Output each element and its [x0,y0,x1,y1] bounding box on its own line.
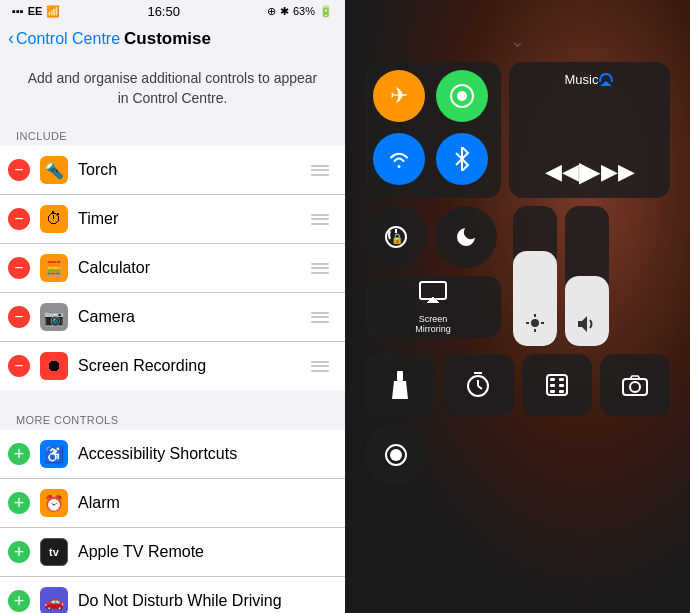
music-controls: ◀◀ ▶ ▶▶ [545,155,635,188]
svg-rect-11 [397,371,403,381]
connectivity-tile[interactable]: ✈ [365,62,501,198]
appletv-icon: tv [40,538,68,566]
airplay-icon[interactable] [598,72,614,89]
add-accessibility-button[interactable]: + [8,443,30,465]
music-header: Music [565,72,615,89]
screen-recording-icon: ⏺ [40,352,68,380]
add-appletv-button[interactable]: + [8,541,30,563]
svg-point-1 [457,91,467,101]
status-time: 16:50 [147,4,180,19]
status-bar: ▪▪▪ EE 📶 16:50 ⊕ ✱ 63% 🔋 [0,0,345,22]
drag-handle[interactable] [307,308,333,327]
svg-line-15 [478,386,482,389]
svg-rect-20 [550,384,555,387]
wifi-button[interactable] [373,133,425,185]
list-item[interactable]: − ⏱ Timer [0,195,345,244]
back-button[interactable]: ‹ Control Centre [8,28,120,49]
svg-point-25 [630,382,640,392]
accessibility-icon: ♿ [40,440,68,468]
list-item[interactable]: − ⏺ Screen Recording [0,342,345,390]
svg-marker-12 [392,381,408,399]
list-item[interactable]: + ♿ Accessibility Shortcuts [0,430,345,479]
music-title: Music [565,72,599,87]
screen-mirroring-button[interactable]: ScreenMirroring [365,276,501,338]
back-label: Control Centre [16,30,120,48]
play-button[interactable]: ▶ [579,155,601,188]
drag-handle[interactable] [307,210,333,229]
status-left: ▪▪▪ EE 📶 [12,5,60,18]
volume-icon [577,315,597,338]
add-dnd-driving-button[interactable]: + [8,590,30,612]
list-item[interactable]: − 🔦 Torch [0,146,345,195]
include-section-header: INCLUDE [0,122,345,146]
drag-handle[interactable] [307,161,333,180]
torch-label: Torch [78,161,307,179]
brightness-slider[interactable] [513,206,557,346]
camera-icon: 📷 [40,303,68,331]
screen-recording-label: Screen Recording [78,357,307,375]
remove-timer-button[interactable]: − [8,208,30,230]
bluetooth-button[interactable] [436,133,488,185]
cc-row-4 [365,424,670,486]
calculator-cc-button[interactable] [522,354,592,416]
wifi-icon: 📶 [46,5,60,18]
camera-cc-button[interactable] [600,354,670,416]
dnd-driving-icon: 🚗 [40,587,68,613]
drag-handle[interactable] [307,259,333,278]
accessibility-label: Accessibility Shortcuts [78,445,333,463]
rotation-lock-button[interactable]: 🔒 [365,206,427,268]
left-panel: ▪▪▪ EE 📶 16:50 ⊕ ✱ 63% 🔋 ‹ Control Centr… [0,0,345,613]
volume-slider[interactable] [565,206,609,346]
nav-bar: ‹ Control Centre Customise [0,22,345,55]
cellular-button[interactable] [436,70,488,122]
timer-label: Timer [78,210,307,228]
list-item[interactable]: + 🚗 Do Not Disturb While Driving [0,577,345,613]
remove-torch-button[interactable]: − [8,159,30,181]
list-item[interactable]: − 📷 Camera [0,293,345,342]
description-text: Add and organise additional controls to … [0,55,345,122]
remove-screen-recording-button[interactable]: − [8,355,30,377]
battery-icon: 🔋 [319,5,333,18]
torch-cc-button[interactable] [365,354,435,416]
drag-handle[interactable] [307,357,333,376]
brightness-icon [525,313,545,338]
svg-rect-19 [559,378,564,381]
remove-camera-button[interactable]: − [8,306,30,328]
appletv-label: Apple TV Remote [78,543,333,561]
svg-rect-18 [550,378,555,381]
fast-forward-button[interactable]: ▶▶ [601,159,635,185]
add-alarm-button[interactable]: + [8,492,30,514]
airplane-mode-button[interactable]: ✈ [373,70,425,122]
control-centre-overlay: ⌄ ✈ [365,40,670,486]
list-item[interactable]: + tv Apple TV Remote [0,528,345,577]
page-title: Customise [124,29,211,49]
svg-marker-10 [578,316,587,332]
chevron-left-icon: ‹ [8,28,14,49]
remove-calculator-button[interactable]: − [8,257,30,279]
list-item[interactable]: − 🧮 Calculator [0,244,345,293]
bluetooth-icon: ✱ [280,5,289,18]
rewind-button[interactable]: ◀◀ [545,159,579,185]
night-mode-button[interactable] [435,206,497,268]
svg-point-5 [531,319,539,327]
cc-row-3 [365,354,670,416]
signal-icon: ▪▪▪ [12,5,24,17]
include-list: − 🔦 Torch − ⏱ Timer − 🧮 Calculator − 📷 C… [0,146,345,390]
timer-cc-button[interactable] [443,354,513,416]
music-tile[interactable]: Music ◀◀ ▶ ▶▶ [509,62,670,198]
compass-icon: ⊕ [267,5,276,18]
screen-recording-cc-button[interactable] [365,424,427,486]
svg-rect-23 [559,390,564,393]
cc-row-1: ✈ Mus [365,62,670,198]
list-item[interactable]: + ⏰ Alarm [0,479,345,528]
status-right: ⊕ ✱ 63% 🔋 [267,5,333,18]
cc-row-2: 🔒 [365,206,670,346]
camera-label: Camera [78,308,307,326]
torch-icon: 🔦 [40,156,68,184]
svg-text:🔒: 🔒 [391,232,404,245]
dnd-driving-label: Do Not Disturb While Driving [78,592,333,610]
svg-point-27 [390,449,402,461]
carrier-name: EE [28,5,43,17]
calculator-label: Calculator [78,259,307,277]
screen-mirroring-icon [419,281,447,308]
